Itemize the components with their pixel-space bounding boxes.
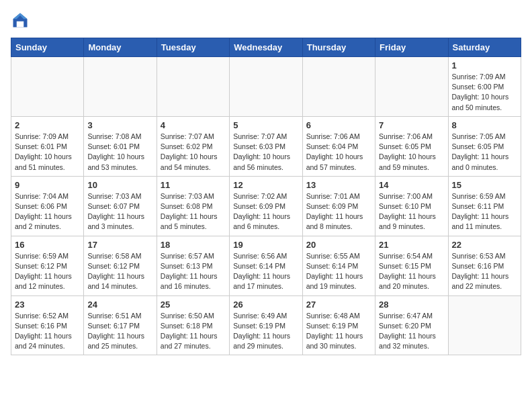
day-info: Sunrise: 7:00 AM Sunset: 6:10 PM Dayligh… bbox=[379, 191, 444, 232]
weekday-header-monday: Monday bbox=[84, 38, 157, 57]
day-number: 19 bbox=[233, 240, 298, 250]
day-number: 22 bbox=[452, 240, 517, 250]
day-number: 5 bbox=[233, 120, 298, 130]
day-number: 12 bbox=[233, 180, 298, 190]
calendar-cell: 13Sunrise: 7:01 AM Sunset: 6:09 PM Dayli… bbox=[302, 176, 375, 236]
day-number: 26 bbox=[233, 300, 298, 310]
calendar-cell: 21Sunrise: 6:54 AM Sunset: 6:15 PM Dayli… bbox=[375, 236, 448, 295]
calendar-cell bbox=[157, 57, 229, 117]
calendar-cell: 20Sunrise: 6:55 AM Sunset: 6:14 PM Dayli… bbox=[302, 236, 375, 295]
day-number: 21 bbox=[379, 240, 444, 250]
day-number: 2 bbox=[15, 120, 80, 130]
weekday-header-thursday: Thursday bbox=[302, 38, 375, 57]
day-info: Sunrise: 7:06 AM Sunset: 6:04 PM Dayligh… bbox=[306, 132, 371, 173]
calendar-cell: 23Sunrise: 6:52 AM Sunset: 6:16 PM Dayli… bbox=[11, 295, 84, 355]
day-number: 1 bbox=[452, 60, 517, 71]
day-info: Sunrise: 7:04 AM Sunset: 6:06 PM Dayligh… bbox=[15, 191, 80, 232]
logo bbox=[11, 11, 32, 30]
calendar-table: SundayMondayTuesdayWednesdayThursdayFrid… bbox=[11, 38, 521, 355]
day-info: Sunrise: 6:48 AM Sunset: 6:19 PM Dayligh… bbox=[306, 311, 371, 352]
calendar-cell: 19Sunrise: 6:56 AM Sunset: 6:14 PM Dayli… bbox=[230, 236, 302, 295]
calendar-cell bbox=[375, 57, 448, 117]
day-info: Sunrise: 6:54 AM Sunset: 6:15 PM Dayligh… bbox=[379, 251, 444, 292]
day-number: 27 bbox=[306, 300, 371, 310]
day-info: Sunrise: 7:06 AM Sunset: 6:05 PM Dayligh… bbox=[379, 132, 444, 173]
weekday-header-saturday: Saturday bbox=[448, 38, 521, 57]
day-info: Sunrise: 7:01 AM Sunset: 6:09 PM Dayligh… bbox=[306, 191, 371, 232]
calendar-cell: 24Sunrise: 6:51 AM Sunset: 6:17 PM Dayli… bbox=[84, 295, 157, 355]
calendar-cell: 14Sunrise: 7:00 AM Sunset: 6:10 PM Dayli… bbox=[375, 176, 448, 236]
day-number: 10 bbox=[87, 180, 152, 190]
calendar-cell: 15Sunrise: 6:59 AM Sunset: 6:11 PM Dayli… bbox=[448, 176, 521, 236]
calendar-cell: 8Sunrise: 7:05 AM Sunset: 6:05 PM Daylig… bbox=[448, 116, 521, 176]
calendar-cell: 5Sunrise: 7:07 AM Sunset: 6:03 PM Daylig… bbox=[230, 116, 302, 176]
day-number: 13 bbox=[306, 180, 371, 190]
day-info: Sunrise: 6:58 AM Sunset: 6:12 PM Dayligh… bbox=[87, 251, 152, 292]
calendar-cell bbox=[302, 57, 375, 117]
calendar-cell bbox=[448, 295, 521, 355]
day-info: Sunrise: 6:56 AM Sunset: 6:14 PM Dayligh… bbox=[233, 251, 298, 292]
day-info: Sunrise: 7:09 AM Sunset: 6:00 PM Dayligh… bbox=[452, 72, 517, 113]
calendar-cell bbox=[230, 57, 302, 117]
calendar-cell: 22Sunrise: 6:53 AM Sunset: 6:16 PM Dayli… bbox=[448, 236, 521, 295]
calendar-cell: 27Sunrise: 6:48 AM Sunset: 6:19 PM Dayli… bbox=[302, 295, 375, 355]
day-info: Sunrise: 6:47 AM Sunset: 6:20 PM Dayligh… bbox=[379, 311, 444, 352]
day-number: 14 bbox=[379, 180, 444, 190]
weekday-header-tuesday: Tuesday bbox=[157, 38, 229, 57]
calendar-cell: 4Sunrise: 7:07 AM Sunset: 6:02 PM Daylig… bbox=[157, 116, 229, 176]
day-number: 24 bbox=[87, 300, 152, 310]
calendar-cell: 16Sunrise: 6:59 AM Sunset: 6:12 PM Dayli… bbox=[11, 236, 84, 295]
weekday-header-wednesday: Wednesday bbox=[230, 38, 302, 57]
calendar-cell: 10Sunrise: 7:03 AM Sunset: 6:07 PM Dayli… bbox=[84, 176, 157, 236]
day-info: Sunrise: 7:07 AM Sunset: 6:03 PM Dayligh… bbox=[233, 132, 298, 173]
day-number: 7 bbox=[379, 120, 444, 130]
day-info: Sunrise: 6:59 AM Sunset: 6:12 PM Dayligh… bbox=[15, 251, 80, 292]
day-info: Sunrise: 7:03 AM Sunset: 6:08 PM Dayligh… bbox=[161, 191, 226, 232]
day-info: Sunrise: 6:59 AM Sunset: 6:11 PM Dayligh… bbox=[452, 191, 517, 232]
weekday-header-friday: Friday bbox=[375, 38, 448, 57]
day-number: 9 bbox=[15, 180, 80, 190]
day-info: Sunrise: 6:57 AM Sunset: 6:13 PM Dayligh… bbox=[161, 251, 226, 292]
calendar-cell: 25Sunrise: 6:50 AM Sunset: 6:18 PM Dayli… bbox=[157, 295, 229, 355]
calendar-cell: 6Sunrise: 7:06 AM Sunset: 6:04 PM Daylig… bbox=[302, 116, 375, 176]
calendar-cell: 3Sunrise: 7:08 AM Sunset: 6:01 PM Daylig… bbox=[84, 116, 157, 176]
calendar-cell: 12Sunrise: 7:02 AM Sunset: 6:09 PM Dayli… bbox=[230, 176, 302, 236]
day-number: 11 bbox=[161, 180, 226, 190]
day-number: 6 bbox=[306, 120, 371, 130]
calendar-cell bbox=[84, 57, 157, 117]
day-number: 3 bbox=[87, 120, 152, 130]
day-info: Sunrise: 7:09 AM Sunset: 6:01 PM Dayligh… bbox=[15, 132, 80, 173]
day-number: 17 bbox=[87, 240, 152, 250]
day-number: 23 bbox=[15, 300, 80, 310]
day-number: 4 bbox=[161, 120, 226, 130]
calendar-cell: 26Sunrise: 6:49 AM Sunset: 6:19 PM Dayli… bbox=[230, 295, 302, 355]
day-number: 25 bbox=[161, 300, 226, 310]
day-info: Sunrise: 6:55 AM Sunset: 6:14 PM Dayligh… bbox=[306, 251, 371, 292]
calendar-cell: 1Sunrise: 7:09 AM Sunset: 6:00 PM Daylig… bbox=[448, 57, 521, 117]
calendar-cell: 11Sunrise: 7:03 AM Sunset: 6:08 PM Dayli… bbox=[157, 176, 229, 236]
calendar-cell bbox=[11, 57, 84, 117]
calendar-cell: 2Sunrise: 7:09 AM Sunset: 6:01 PM Daylig… bbox=[11, 116, 84, 176]
day-number: 18 bbox=[161, 240, 226, 250]
day-info: Sunrise: 6:53 AM Sunset: 6:16 PM Dayligh… bbox=[452, 251, 517, 292]
day-number: 15 bbox=[452, 180, 517, 190]
day-info: Sunrise: 7:03 AM Sunset: 6:07 PM Dayligh… bbox=[87, 191, 152, 232]
calendar-cell: 9Sunrise: 7:04 AM Sunset: 6:06 PM Daylig… bbox=[11, 176, 84, 236]
calendar-cell: 18Sunrise: 6:57 AM Sunset: 6:13 PM Dayli… bbox=[157, 236, 229, 295]
page-header bbox=[11, 11, 521, 30]
day-info: Sunrise: 6:52 AM Sunset: 6:16 PM Dayligh… bbox=[15, 311, 80, 352]
day-info: Sunrise: 7:05 AM Sunset: 6:05 PM Dayligh… bbox=[452, 132, 517, 173]
day-number: 16 bbox=[15, 240, 80, 250]
svg-rect-2 bbox=[17, 21, 24, 28]
day-info: Sunrise: 7:07 AM Sunset: 6:02 PM Dayligh… bbox=[161, 132, 226, 173]
day-info: Sunrise: 6:49 AM Sunset: 6:19 PM Dayligh… bbox=[233, 311, 298, 352]
day-info: Sunrise: 6:51 AM Sunset: 6:17 PM Dayligh… bbox=[87, 311, 152, 352]
day-info: Sunrise: 7:08 AM Sunset: 6:01 PM Dayligh… bbox=[87, 132, 152, 173]
day-number: 8 bbox=[452, 120, 517, 130]
weekday-header-sunday: Sunday bbox=[11, 38, 84, 57]
calendar-cell: 17Sunrise: 6:58 AM Sunset: 6:12 PM Dayli… bbox=[84, 236, 157, 295]
logo-icon bbox=[11, 11, 30, 30]
calendar-cell: 7Sunrise: 7:06 AM Sunset: 6:05 PM Daylig… bbox=[375, 116, 448, 176]
day-number: 28 bbox=[379, 300, 444, 310]
day-info: Sunrise: 6:50 AM Sunset: 6:18 PM Dayligh… bbox=[161, 311, 226, 352]
